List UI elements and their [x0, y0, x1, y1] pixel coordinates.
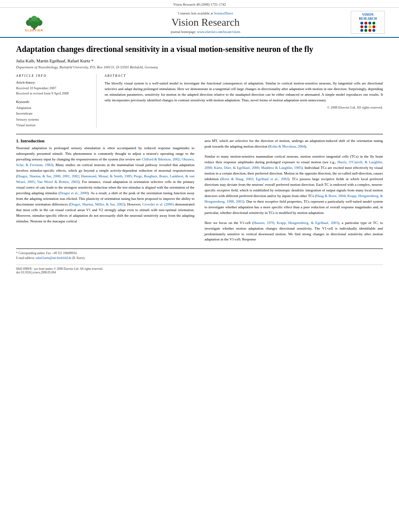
main-content: Adaptation changes directional sensitivi… — [0, 38, 399, 280]
keyword-sensory: Sensory systems — [16, 117, 90, 122]
page-header: ELSEVIER Contents lists available at Sci… — [0, 8, 399, 38]
sciencedirect-link[interactable]: ScienceDirect — [214, 11, 233, 15]
keywords-heading: Keywords: — [16, 100, 90, 104]
journal-homepage: journal homepage: www.elsevier.com/locat… — [60, 30, 351, 34]
article-title: Adaptation changes directional sensitivi… — [16, 44, 383, 54]
revised-date: Received in revised form 9 April 2008 — [16, 91, 90, 96]
ref-borst[interactable]: Borst & Haag, 2002 — [222, 177, 253, 181]
article-history: Article history: Received 10 September 2… — [16, 81, 90, 96]
ref-krapp2[interactable]: Krapp, Hengstenberg, & Egelhaaf, 2001 — [277, 221, 338, 225]
ref-dragoi3[interactable]: Dragoi, Sharma, Miller, & Sur, 2002 — [70, 202, 124, 206]
article-info-column: ARTICLE INFO Article history: Received 1… — [16, 74, 97, 128]
email-link[interactable]: rafael.kurtz@uni-bielefeld.de — [36, 256, 72, 260]
history-heading: Article history: — [16, 81, 90, 84]
contents-line: Contents lists available at ScienceDirec… — [60, 11, 351, 15]
journal-citation: Vision Research 48 (2008) 1735–1742 — [173, 2, 226, 6]
abstract-text: The blowfly visual system is a well-suit… — [105, 81, 383, 103]
body-right-column: area MT, which are selective for the dir… — [205, 138, 383, 242]
footer-bar: 0042-6989/$ - see front matter © 2008 El… — [16, 265, 383, 274]
keywords-block: Keywords: Adaptation Invertebrate Sensor… — [16, 100, 90, 128]
journal-header-center: Contents lists available at ScienceDirec… — [60, 11, 351, 34]
svg-text:ELSEVIER: ELSEVIER — [25, 28, 43, 32]
journal-bar: Vision Research 48 (2008) 1735–1742 — [0, 0, 399, 8]
ref-egelhaaf[interactable]: Egelhaaf et al., 2002 — [256, 177, 288, 181]
abstract-copyright: © 2008 Elsevier Ltd. All rights reserved… — [105, 105, 383, 109]
vr-dots — [353, 22, 383, 32]
keyword-adaptation: Adaptation — [16, 105, 90, 111]
intro-paragraph-2: area MT, which are selective for the dir… — [205, 138, 383, 150]
intro-paragraph-1: Neuronal adaptation to prolonged sensory… — [16, 146, 195, 224]
intro-paragraph-3: Similar to many motion-sensitive mammali… — [205, 154, 383, 216]
footer-line-2: doi:10.1016/j.visres.2008.05.004 — [16, 271, 383, 274]
footnote-corresponding: * Corresponding author. Fax: +49 521 106… — [16, 251, 383, 256]
ref-hammond[interactable]: Hammond, Mouat, & Smith, 1985 — [81, 174, 132, 178]
vr-logo-title: VISIONRESEARCH — [353, 13, 383, 21]
body-section: 1. Introduction Neuronal adaptation to p… — [16, 138, 383, 242]
ref-dragoi2[interactable]: Dragoi et al., 2000 — [60, 191, 88, 195]
section-divider — [16, 134, 383, 134]
article-info-label: ARTICLE INFO — [16, 74, 90, 78]
body-left-column: 1. Introduction Neuronal adaptation to p… — [16, 138, 195, 242]
keyword-visual-motion: Visual motion — [16, 122, 90, 128]
ref-maddess[interactable]: Maddess & Laughlin, 1985 — [261, 166, 301, 170]
ref-kurtz[interactable]: Kurtz, Dürr, & Egelhaaf, 2000 — [214, 166, 259, 170]
vr-logo: VISIONRESEARCH — [351, 11, 391, 34]
article-meta-section: ARTICLE INFO Article history: Received 1… — [16, 74, 383, 128]
keyword-invertebrate: Invertebrate — [16, 111, 90, 116]
ref-haag[interactable]: Haag & Borst, 2004 — [316, 194, 346, 198]
ref-kohn[interactable]: Kohn & Movshon, 2004 — [269, 144, 305, 148]
footnote-email: E-mail address: rafael.kurtz@uni-bielefe… — [16, 256, 383, 261]
ref-hausen[interactable]: Hausen, 1976 — [253, 221, 274, 225]
journal-title: Vision Research — [60, 16, 351, 29]
received-date: Received 10 September 2007 — [16, 86, 90, 91]
ref-vanwezel[interactable]: Van Wezel & Britten, 2002 — [37, 180, 78, 184]
affiliation: Department of Neurobiology, Bielefeld Un… — [16, 65, 383, 69]
authors: Julia Kalb, Martin Egelhaaf, Rafael Kurt… — [16, 58, 383, 63]
footer-line-1: 0042-6989/$ - see front matter © 2008 El… — [16, 267, 383, 271]
introduction-heading: 1. Introduction — [16, 138, 195, 143]
ref-krapp1[interactable]: Krapp, Hengstenberg, & Hengstenberg, 199… — [205, 194, 383, 203]
footnotes: * Corresponding author. Fax: +49 521 106… — [16, 249, 383, 261]
homepage-link[interactable]: www.elsevier.com/locate/visres — [197, 30, 241, 34]
abstract-column: ABSTRACT The blowfly visual system is a … — [105, 74, 383, 128]
svg-point-6 — [31, 16, 37, 21]
intro-paragraph-4: Here we focus on the V1-cell (Hausen, 19… — [205, 220, 383, 243]
elsevier-logo: ELSEVIER — [8, 12, 60, 33]
ref-dragoi1[interactable]: Dragoi, Sharma, & Sur, 2000, 2001, 2002 — [17, 174, 79, 178]
ref-clifford[interactable]: Clifford & Ibbotson, 2002 — [142, 157, 180, 161]
abstract-label: ABSTRACT — [105, 74, 383, 78]
ref-crowder[interactable]: Crowder et al. (2006) — [142, 202, 174, 206]
